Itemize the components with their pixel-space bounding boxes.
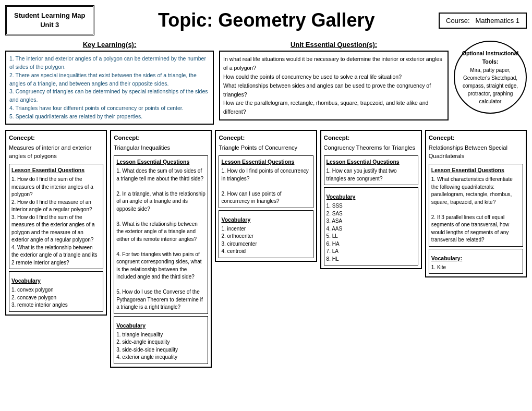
kl-item-4: 4. Triangles have four different points … bbox=[9, 105, 184, 111]
concept-label-3: Concept: bbox=[219, 134, 313, 142]
concept-label-1: Concept: bbox=[9, 134, 103, 142]
concept-col-2: Concept: Triangular Inequalities Lesson … bbox=[110, 130, 212, 368]
concept-label-2: Concept: bbox=[114, 134, 208, 142]
kl-item-3: 3. Congruency of triangles can be determ… bbox=[9, 88, 208, 103]
unit-box-line1: Student Learning Map bbox=[14, 11, 86, 19]
kl-item-2: 2. There are special inequalities that e… bbox=[9, 72, 197, 87]
concept-col-3: Concept: Triangle Points of Concurrency … bbox=[215, 130, 317, 262]
vocab-box-2: Vocabulary 1. triangle inequality 2. sid… bbox=[114, 316, 208, 364]
concept-col-5: Concept: Relationships Between Special Q… bbox=[425, 130, 527, 277]
eq-title: Unit Essential Question(s): bbox=[219, 41, 449, 49]
leq-items-3: 1. How do I find points of concurrency i… bbox=[221, 167, 310, 206]
course-value: Mathematics 1 bbox=[475, 17, 519, 25]
unit-box-line2: Unit 3 bbox=[40, 21, 59, 29]
concept-col-1: Concept: Measures of interior and exteri… bbox=[5, 130, 107, 315]
optional-title: Optional Instructional Tools: bbox=[460, 50, 521, 66]
leq-title-1: Lesson Essential Questions bbox=[11, 166, 101, 174]
concept-name-2: Triangular Inequalities bbox=[114, 144, 208, 152]
leq-title-3: Lesson Essential Questions bbox=[221, 158, 310, 166]
optional-tools-text: Mira, patty paper, Geometer's Sketchpad,… bbox=[463, 67, 518, 104]
unit-box: Student Learning Map Unit 3 bbox=[5, 5, 94, 35]
leq-items-2: 1. What does the sum of two sides of a t… bbox=[116, 167, 205, 311]
leq-box-5: Lesson Essential Questions 1. What chara… bbox=[429, 164, 523, 247]
eq-box: In what real life situations would it be… bbox=[219, 51, 449, 120]
leq-title-2: Lesson Essential Questions bbox=[116, 158, 205, 166]
vocab-box-4: Vocabulary 1. SSS 2. SAS 3. ASA 4. AAS 5… bbox=[324, 187, 418, 265]
vocab-box-1: Vocabulary 1. convex polygon 2. concave … bbox=[9, 271, 103, 312]
concept-label-4: Concept: bbox=[324, 134, 418, 142]
leq-box-4: Lesson Essential Questions 1. How can yo… bbox=[324, 155, 418, 185]
course-box: Course: Mathematics 1 bbox=[439, 13, 527, 29]
concept-col-4: Concept: Congruency Theorems for Triangl… bbox=[320, 130, 422, 269]
vocab-title-1: Vocabulary bbox=[11, 277, 101, 285]
kl-eq-row: Key Learning(s): 1. The interior and ext… bbox=[5, 41, 527, 125]
leq-box-1: Lesson Essential Questions 1. How do I f… bbox=[9, 164, 103, 269]
concept-name-5: Relationships Between Special Quadrilate… bbox=[429, 144, 523, 161]
kl-item-5: 5. Special quadrilaterals are related by… bbox=[9, 113, 142, 119]
optional-tools-circle: Optional Instructional Tools: Mira, patt… bbox=[454, 41, 527, 114]
concept-name-4: Congruency Theorems for Triangles bbox=[324, 144, 418, 152]
concepts-row: Concept: Measures of interior and exteri… bbox=[5, 130, 527, 368]
leq-items-5: 1. What characteristics differentiate th… bbox=[431, 176, 521, 244]
leq-title-5: Lesson Essential Questions bbox=[431, 166, 521, 174]
leq-items-1: 1. How do I find the sum of the measures… bbox=[11, 176, 101, 267]
concept-name-1: Measures of interior and exterior angles… bbox=[9, 144, 103, 161]
leq-box-2: Lesson Essential Questions 1. What does … bbox=[114, 155, 208, 314]
vocab-box-3: Vocabulary 1. incenter 2. orthocenter 3.… bbox=[219, 210, 313, 258]
concept-label-5: Concept: bbox=[429, 134, 523, 142]
vocab-title-2: Vocabulary bbox=[116, 322, 205, 330]
key-learning-title: Key Learning(s): bbox=[5, 41, 214, 49]
topic-title: Topic: Geometry Gallery bbox=[100, 9, 434, 31]
header: Student Learning Map Unit 3 Topic: Geome… bbox=[5, 5, 527, 35]
leq-items-4: 1. How can you justify that two triangle… bbox=[327, 167, 416, 183]
key-learning-box: 1. The interior and exterior angles of a… bbox=[5, 51, 214, 125]
course-label: Course: bbox=[446, 17, 470, 25]
vocab-box-5: Vocabulary: 1. Kite bbox=[429, 249, 523, 274]
eq-section: Unit Essential Question(s): In what real… bbox=[219, 41, 449, 120]
vocab-title-3: Vocabulary bbox=[221, 216, 310, 224]
key-learning-section: Key Learning(s): 1. The interior and ext… bbox=[5, 41, 214, 125]
vocab-title-4: Vocabulary bbox=[327, 193, 416, 201]
leq-title-4: Lesson Essential Questions bbox=[327, 158, 416, 166]
leq-box-3: Lesson Essential Questions 1. How do I f… bbox=[219, 155, 313, 208]
vocab-title-5: Vocabulary: bbox=[431, 255, 521, 262]
concept-name-3: Triangle Points of Concurrency bbox=[219, 144, 313, 152]
kl-item-1: 1. The interior and exterior angles of a… bbox=[9, 55, 206, 70]
